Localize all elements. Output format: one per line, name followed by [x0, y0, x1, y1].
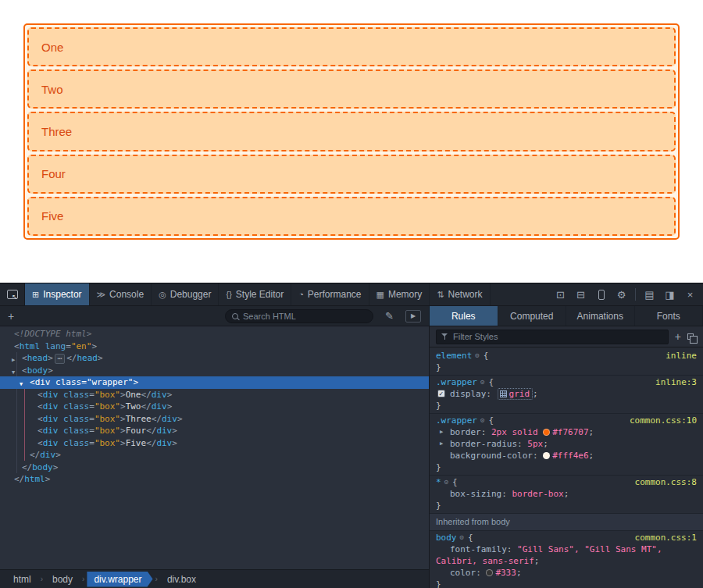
attribute-value-token: "en"	[71, 341, 92, 351]
markup-node[interactable]: ▼<div class="wrapper">	[0, 376, 429, 389]
markup-node[interactable]: <html lang="en">	[0, 340, 429, 353]
tab-inspector[interactable]: ⊞Inspector	[25, 283, 90, 305]
frame-select-button[interactable]: ⊡	[551, 286, 570, 303]
rule-selector[interactable]: body	[436, 532, 457, 543]
split-console-button[interactable]: ▤	[640, 286, 659, 303]
tag-token: html	[24, 474, 45, 484]
selector-highlighter-icon[interactable]: ⚙	[475, 350, 479, 362]
dock-side-button[interactable]: ◨	[660, 286, 680, 303]
tag-token: div	[152, 401, 167, 412]
tab-label: Debugger	[170, 289, 212, 300]
filter-styles-box[interactable]	[436, 330, 669, 344]
search-html-input[interactable]	[243, 312, 366, 321]
rule-selector[interactable]: .wrapper	[436, 415, 477, 426]
css-declaration[interactable]: color: #333;	[436, 567, 697, 579]
rule-source-link[interactable]: common.css:10	[630, 415, 697, 426]
tag-token: body	[27, 365, 48, 376]
class-panel-icon[interactable]	[687, 333, 694, 340]
punctuation-token: ;	[534, 556, 540, 566]
collapsed-children-badge[interactable]: ⋯	[55, 354, 65, 364]
rule-selector[interactable]: *	[436, 476, 441, 488]
expand-arrow-icon[interactable]: ▶	[440, 426, 443, 438]
grid-value-badge[interactable]: grid	[498, 388, 533, 400]
property-value: 2px solid	[491, 427, 543, 437]
tab-fonts[interactable]: Fonts	[635, 306, 703, 326]
filter-styles-input[interactable]	[453, 332, 663, 341]
css-declaration[interactable]: font-family: "Gill Sans", "Gill Sans MT"…	[436, 543, 697, 567]
rule-selector[interactable]: element	[436, 350, 472, 362]
css-declaration[interactable]: box-sizing: border-box;	[436, 488, 697, 500]
color-swatch-icon[interactable]	[486, 569, 493, 576]
css-declaration[interactable]: display: grid;	[436, 388, 697, 400]
settings-gear-button[interactable]: ⚙	[612, 286, 631, 303]
markup-node[interactable]: <!DOCTYPE html>	[0, 328, 429, 340]
selector-highlighter-icon[interactable]: ⚙	[480, 376, 484, 388]
tab-rules[interactable]: Rules	[430, 306, 498, 326]
close-devtools-button[interactable]: ×	[680, 286, 700, 303]
punctuation-token: ;	[589, 427, 594, 437]
add-rule-icon[interactable]: +	[675, 331, 681, 342]
css-declaration[interactable]: ▶border-radius: 5px;	[436, 438, 697, 450]
css-declaration[interactable]: ▶border: 2px solid #f76707;	[436, 426, 697, 438]
selector-highlighter-icon[interactable]: ⚙	[480, 415, 484, 426]
selector-highlighter-icon[interactable]: ⚙	[460, 532, 464, 543]
punctuation-token: >	[177, 414, 183, 424]
element-picker-button[interactable]: ↖	[0, 283, 25, 305]
punctuation-token: }	[436, 579, 697, 588]
search-html-box[interactable]	[225, 309, 373, 323]
tag-token: div	[43, 438, 59, 448]
markup-node[interactable]: ▼<body>	[0, 365, 429, 377]
rule-selector[interactable]: .wrapper	[436, 376, 477, 388]
console-icon: ≫	[97, 290, 106, 300]
markup-node[interactable]: <div class="box">Four</div>	[0, 425, 429, 437]
expand-arrow-icon[interactable]: ▶	[440, 438, 443, 450]
markup-node[interactable]: <div class="box">Three</div>	[0, 413, 429, 426]
markup-node[interactable]: ▶<head>⋯</head>	[0, 352, 429, 365]
markup-node[interactable]: </body>	[0, 461, 429, 474]
attribute-name-token: class	[59, 390, 90, 400]
breadcrumb-item[interactable]: div.wrapper	[87, 572, 152, 587]
markup-node[interactable]: <div class="box">Five</div>	[0, 437, 429, 450]
tab-memory[interactable]: ▦Memory	[369, 283, 430, 305]
property-name: border-radius	[450, 439, 517, 449]
responsive-mode-button[interactable]: ⊟	[571, 286, 591, 303]
markup-node[interactable]: <div class="box">One</div>	[0, 389, 429, 401]
phone-button[interactable]	[591, 286, 611, 303]
color-swatch-icon[interactable]	[543, 452, 550, 459]
add-node-icon[interactable]: +	[8, 311, 14, 322]
breadcrumb-item[interactable]: html	[6, 572, 38, 587]
tab-style-editor[interactable]: {}Style Editor	[219, 283, 291, 305]
doctype-token: <!DOCTYPE html>	[14, 329, 91, 339]
inspector-markup-panel: + ✎ ▶ <!DOCTYPE html><html lang="en">▶<h…	[0, 306, 430, 588]
breadcrumb-item[interactable]: div.box	[160, 572, 203, 587]
search-icon	[232, 313, 238, 319]
punctuation-token: >	[172, 426, 177, 436]
property-name: background-color	[450, 451, 533, 461]
markup-node[interactable]: <div class="box">Two</div>	[0, 401, 429, 413]
markup-node[interactable]: </div>	[0, 449, 429, 461]
punctuation-token: >	[45, 474, 51, 484]
grid-toggle-icon[interactable]	[500, 390, 507, 397]
eyedropper-icon[interactable]: ✎	[380, 308, 399, 325]
demo-box: One	[27, 27, 676, 66]
rule-source-link[interactable]: common.css:1	[635, 532, 697, 543]
tab-computed[interactable]: Computed	[498, 306, 567, 326]
markup-node[interactable]: </html>	[0, 473, 429, 486]
breadcrumb-item[interactable]: body	[45, 572, 80, 587]
play-icon[interactable]: ▶	[405, 310, 421, 323]
tab-debugger[interactable]: ◎Debugger	[152, 283, 219, 305]
attribute-value-token: "box"	[95, 390, 120, 400]
tab-animations[interactable]: Animations	[566, 306, 635, 326]
color-swatch-icon[interactable]	[543, 429, 550, 436]
css-declaration[interactable]: background-color: #fff4e6;	[436, 450, 697, 461]
rule-source-link[interactable]: inline:3	[655, 376, 697, 388]
declaration-checkbox[interactable]	[437, 390, 445, 397]
tab-performance[interactable]: ◔Performance	[291, 283, 369, 305]
tab-network[interactable]: ⇅Network	[430, 283, 490, 305]
tab-console[interactable]: ≫Console	[90, 283, 152, 305]
rule-source-link[interactable]: common.css:8	[635, 476, 697, 488]
punctuation-token: <	[37, 426, 43, 436]
punctuation-token: <	[37, 438, 43, 448]
rule-source-link[interactable]: inline	[666, 350, 697, 362]
selector-highlighter-icon[interactable]: ⚙	[444, 476, 448, 488]
